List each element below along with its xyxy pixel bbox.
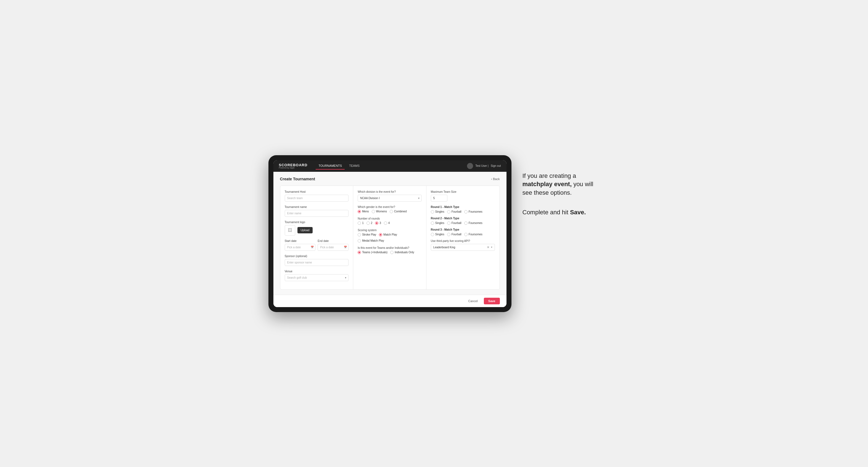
start-date-wrapper [285, 244, 316, 251]
individuals-label-text: Individuals Only [395, 251, 414, 254]
scoring-match-label: Match Play [383, 233, 397, 236]
division-select-wrapper: NCAA Division I [358, 195, 422, 201]
gender-group: Which gender is the event for? Mens Wome… [358, 206, 422, 213]
scoring-stroke-label: Stroke Play [362, 233, 376, 236]
r2-singles-label: Singles [435, 221, 444, 224]
radio-medal [358, 239, 361, 243]
tournament-name-input[interactable] [285, 210, 349, 217]
radio-round-4 [384, 221, 387, 225]
start-date-input[interactable] [285, 244, 316, 251]
signout-link[interactable]: Sign out [491, 164, 501, 167]
round-2[interactable]: 2 [367, 221, 373, 225]
round1-match-section: Round 1 - Match Type Singles Fourball [431, 206, 495, 214]
tournament-host-input[interactable] [285, 195, 349, 201]
scoring-medal[interactable]: Medal Match Play [358, 239, 384, 243]
round3-foursomes[interactable]: Foursomes [464, 233, 483, 236]
logo-placeholder: 🖼 [285, 225, 295, 236]
venue-select-wrapper [285, 274, 349, 281]
date-row: Start date End date [285, 240, 349, 251]
radio-r2-fourball [447, 221, 451, 225]
tournament-name-label: Tournament name [285, 206, 349, 209]
rounds-radio-group: 1 2 3 [358, 221, 422, 225]
radio-r1-foursomes [464, 210, 468, 214]
scoring-stroke[interactable]: Stroke Play [358, 233, 376, 237]
individuals-option[interactable]: Individuals Only [390, 251, 414, 254]
round2-fourball[interactable]: Fourball [447, 221, 462, 225]
start-date-label: Start date [285, 240, 316, 243]
rounds-label: Number of rounds [358, 217, 422, 220]
scoring-radio-group: Stroke Play Match Play Medal Match Play [358, 233, 422, 243]
radio-round-2 [367, 221, 370, 225]
api-group: Use third-party live scoring API? Leader… [431, 240, 495, 251]
round-1-label: 1 [362, 221, 364, 224]
tournament-logo-label: Tournament logo [285, 221, 349, 224]
end-date-input[interactable] [318, 244, 348, 251]
navbar: SCOREBOARD Powered by clippit TOURNAMENT… [273, 160, 506, 172]
api-chevron-icon[interactable]: ▾ [491, 246, 492, 249]
sponsor-input[interactable] [285, 259, 349, 266]
brand-main: SCOREBOARD [279, 163, 308, 167]
radio-r3-fourball [447, 233, 451, 236]
annotation-bottom-text: Complete and hit [523, 209, 570, 216]
round3-fourball[interactable]: Fourball [447, 233, 462, 236]
sponsor-group: Sponsor (optional) [285, 255, 349, 266]
tablet-screen: SCOREBOARD Powered by clippit TOURNAMENT… [273, 160, 506, 307]
api-clear-icon[interactable]: ✕ [487, 246, 489, 249]
r3-foursomes-label: Foursomes [469, 233, 483, 236]
round-3[interactable]: 3 [375, 221, 381, 225]
brand: SCOREBOARD Powered by clippit [279, 163, 308, 169]
annotation-top-bold: matchplay event, [523, 181, 572, 188]
round3-match-section: Round 3 - Match Type Singles Fourball [431, 228, 495, 236]
brand-sub: Powered by clippit [279, 167, 308, 169]
max-team-size-input[interactable] [431, 195, 447, 201]
round-4[interactable]: 4 [384, 221, 390, 225]
radio-match [379, 233, 382, 237]
teams-option[interactable]: Teams (+Individuals) [358, 251, 388, 254]
back-link[interactable]: Back [491, 177, 500, 181]
round1-fourball[interactable]: Fourball [447, 210, 462, 214]
gender-womens[interactable]: Womens [372, 210, 387, 213]
teams-radio-group: Teams (+Individuals) Individuals Only [358, 251, 422, 254]
round3-match-options: Singles Fourball Foursomes [431, 233, 495, 236]
round2-match-section: Round 2 - Match Type Singles Fourball [431, 217, 495, 225]
r2-foursomes-label: Foursomes [469, 221, 483, 224]
division-select[interactable]: NCAA Division I [358, 195, 422, 201]
nav-teams[interactable]: TEAMS [346, 162, 362, 169]
rounds-group: Number of rounds 1 2 [358, 217, 422, 225]
upload-button[interactable]: Upload [298, 227, 313, 234]
round2-singles[interactable]: Singles [431, 221, 444, 225]
logo-upload-row: 🖼 Upload [285, 225, 349, 236]
division-label: Which division is the event for? [358, 190, 422, 193]
round-1[interactable]: 1 [358, 221, 364, 225]
page-wrapper: SCOREBOARD Powered by clippit TOURNAMENT… [269, 155, 600, 312]
round1-match-options: Singles Fourball Foursomes [431, 210, 495, 214]
annotations: If you are creating a matchplay event, y… [523, 155, 600, 217]
save-button[interactable]: Save [484, 298, 500, 304]
r3-singles-label: Singles [435, 233, 444, 236]
gender-mens[interactable]: Mens [358, 210, 369, 213]
scoring-group: Scoring system Stroke Play Match Play [358, 229, 422, 243]
api-label: Use third-party live scoring API? [431, 240, 495, 243]
radio-r1-singles [431, 210, 434, 214]
round3-singles[interactable]: Singles [431, 233, 444, 236]
r1-foursomes-label: Foursomes [469, 210, 483, 213]
max-team-size-group: Maximum Team Size [431, 190, 495, 201]
start-date-group: Start date [285, 240, 316, 251]
annotation-top-text: If you are creating a [523, 172, 576, 179]
round1-singles[interactable]: Singles [431, 210, 444, 214]
scoring-label: Scoring system [358, 229, 422, 232]
round1-foursomes[interactable]: Foursomes [464, 210, 483, 214]
round2-match-options: Singles Fourball Foursomes [431, 221, 495, 225]
radio-r1-fourball [447, 210, 451, 214]
round1-match-label: Round 1 - Match Type [431, 206, 495, 209]
image-icon: 🖼 [288, 228, 292, 233]
cancel-button[interactable]: Cancel [465, 298, 481, 304]
round-2-label: 2 [371, 221, 373, 224]
venue-input[interactable] [285, 274, 349, 281]
round2-match-label: Round 2 - Match Type [431, 217, 495, 220]
scoring-match[interactable]: Match Play [379, 233, 397, 237]
round2-foursomes[interactable]: Foursomes [464, 221, 483, 225]
dates-group: Start date End date [285, 240, 349, 251]
gender-combined[interactable]: Combined [390, 210, 407, 213]
nav-tournaments[interactable]: TOURNAMENTS [316, 162, 345, 169]
